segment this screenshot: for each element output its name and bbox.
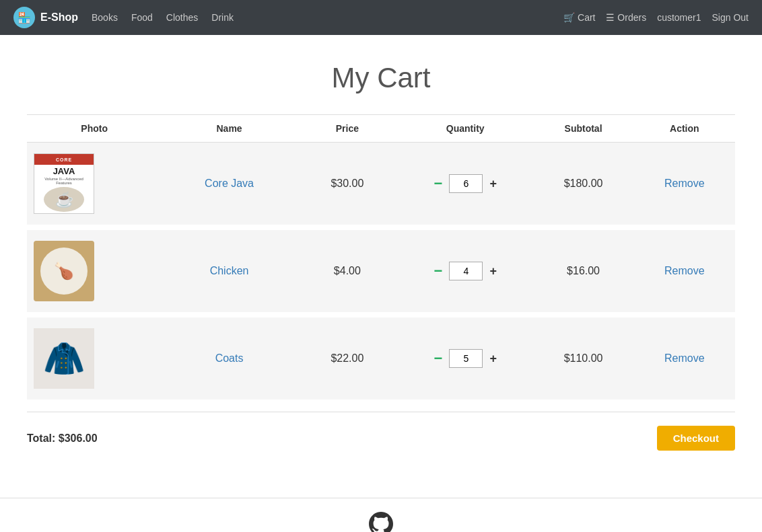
table-header: Photo Name Price Quantity Subtotal Actio… [27,115,735,143]
table-row: 🧥 Coats $22.00 − + $110.00 Remove [27,315,735,402]
product-action-cell: Remove [634,227,735,315]
product-name-cell: Core Java [162,143,296,228]
product-name-link[interactable]: Chicken [210,265,249,276]
product-name-cell: Chicken [162,227,296,315]
remove-link[interactable]: Remove [664,178,705,189]
col-subtotal: Subtotal [532,115,633,143]
brand-icon: 🏪 [13,7,35,28]
col-price: Price [297,115,398,143]
nav-drink[interactable]: Drink [211,12,234,23]
orders-label: Orders [617,12,646,23]
product-price-cell: $22.00 [297,315,398,402]
remove-link[interactable]: Remove [664,352,705,364]
product-name-link[interactable]: Core Java [205,178,254,189]
quantity-control: − + [405,348,526,369]
product-photo-cell: CORE JAVA Volume II—Advanced Features ☕ [27,143,162,228]
increase-qty-button[interactable]: + [485,350,501,367]
product-qty-cell: − + [398,315,532,402]
increase-qty-button[interactable]: + [485,263,501,280]
quantity-control: − + [405,174,526,194]
total-text: Total: $306.00 [27,432,98,445]
product-qty-cell: − + [398,227,532,315]
cart-label: Cart [578,12,595,23]
cart-table: Photo Name Price Quantity Subtotal Actio… [27,114,735,405]
orders-link[interactable]: ☰ Orders [606,12,646,23]
increase-qty-button[interactable]: + [485,176,501,192]
remove-link[interactable]: Remove [664,265,705,276]
product-name-link[interactable]: Coats [215,352,244,364]
qty-input[interactable] [449,349,483,368]
cart-link[interactable]: 🛒 Cart [563,12,595,23]
product-image-food: 🍗 [34,241,94,301]
qty-input[interactable] [449,174,483,193]
page-content: My Cart Photo Name Price Quantity Subtot… [0,35,762,478]
col-quantity: Quantity [398,115,532,143]
product-photo-cell: 🧥 [27,315,162,402]
qty-input[interactable] [449,262,483,280]
navbar-nav: Books Food Clothes Drink [92,12,563,23]
col-photo: Photo [27,115,162,143]
nav-books[interactable]: Books [92,12,118,23]
checkout-button[interactable]: Checkout [657,426,735,451]
product-photo-cell: 🍗 [27,227,162,315]
page-title: My Cart [27,62,735,94]
cart-icon: 🛒 [563,12,575,23]
table-body: CORE JAVA Volume II—Advanced Features ☕ … [27,143,735,403]
signout-link[interactable]: Sign Out [712,12,749,23]
github-icon [13,512,749,532]
decrease-qty-button[interactable]: − [430,348,447,369]
brand[interactable]: 🏪 E-Shop [13,7,78,28]
cart-footer: Total: $306.00 Checkout [27,412,735,464]
nav-food[interactable]: Food [131,12,153,23]
product-subtotal-cell: $110.00 [532,315,633,402]
product-name-cell: Coats [162,315,296,402]
col-name: Name [162,115,296,143]
product-price-cell: $30.00 [297,143,398,228]
user-link[interactable]: customer1 [657,12,701,23]
page-footer [0,498,762,532]
nav-clothes[interactable]: Clothes [166,12,198,23]
orders-icon: ☰ [606,12,615,23]
table-row: CORE JAVA Volume II—Advanced Features ☕ … [27,143,735,228]
table-row: 🍗 Chicken $4.00 − + $16.00 [27,227,735,315]
product-price-cell: $4.00 [297,227,398,315]
product-subtotal-cell: $16.00 [532,227,633,315]
product-image-book: CORE JAVA Volume II—Advanced Features ☕ [34,153,94,214]
quantity-control: − + [405,261,526,281]
navbar: 🏪 E-Shop Books Food Clothes Drink 🛒 Cart… [0,0,762,35]
product-action-cell: Remove [634,143,735,228]
decrease-qty-button[interactable]: − [430,174,447,194]
product-action-cell: Remove [634,315,735,402]
product-subtotal-cell: $180.00 [532,143,633,228]
product-image-coat: 🧥 [34,328,94,389]
decrease-qty-button[interactable]: − [430,261,447,281]
product-qty-cell: − + [398,143,532,228]
navbar-right: 🛒 Cart ☰ Orders customer1 Sign Out [563,12,749,23]
col-action: Action [634,115,735,143]
brand-name: E-Shop [40,11,78,24]
